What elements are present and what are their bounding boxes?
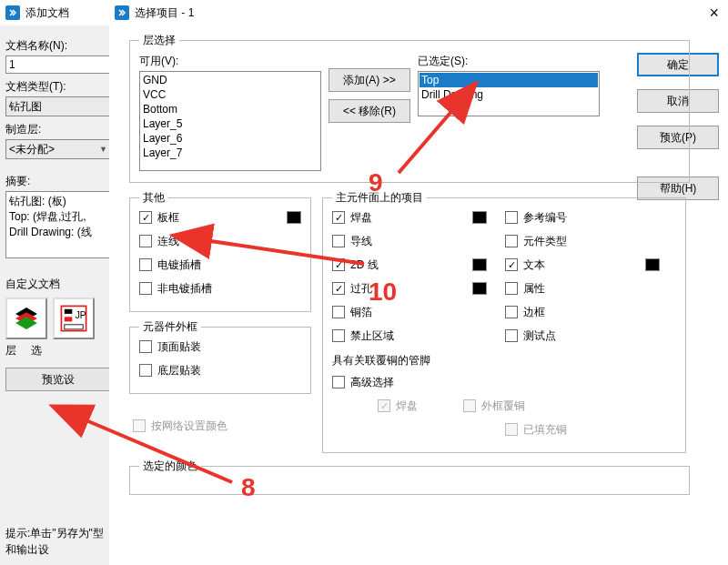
ck-net-color: 按网络设置颜色 [133,414,311,438]
ck-advanced[interactable]: 高级选择 [332,370,676,394]
ck-vias[interactable]: ✓过孔 [332,277,487,300]
svg-rect-4 [65,309,73,314]
ck-connections[interactable]: 连线 [139,229,301,253]
ck-traces[interactable]: 导线 [332,229,487,253]
summary-label: 摘要: [5,174,111,189]
selected-listbox[interactable]: Top Drill Drawing [418,71,600,116]
ck-plated-slot[interactable]: 电镀插槽 [139,253,301,277]
color-swatch[interactable] [472,211,487,224]
thumb2-label: 选 [31,343,42,358]
checkbox-icon: ✓ [139,211,152,224]
mfg-layer-label: 制造层: [5,122,111,137]
summary-box[interactable]: 钻孔图: (板) Top: (焊盘,过孔, Drill Drawing: (线 [5,191,111,258]
add-doc-titlebar: 添加文档 [0,0,116,25]
svg-text:JP: JP [76,310,86,320]
options-thumb[interactable]: JP [53,298,95,339]
close-icon[interactable]: × [709,4,719,23]
ck-nonplated-slot[interactable]: 非电镀插槽 [139,277,301,300]
sel-title: 选择项目 - 1 [135,5,194,21]
list-item[interactable]: VCC [141,87,319,102]
checkbox-icon [139,340,152,353]
ck-keepout[interactable]: 禁止区域 [332,324,487,348]
layer-group-title: 层选择 [139,33,179,48]
ck-assoc-pad: ✓焊盘 [378,394,418,418]
ck-testpoint[interactable]: 测试点 [505,324,660,348]
selected-color-group: 选定的颜色 [129,466,690,495]
ck-assoc-outline: 外框覆铜 [463,394,525,418]
list-item[interactable]: Layer_6 [141,131,319,146]
add-doc-title: 添加文档 [25,5,69,21]
ck-bottom-mount[interactable]: 底层贴装 [139,358,301,382]
remove-button[interactable]: << 移除(R) [329,99,410,123]
preview-settings-button[interactable]: 预览设 [5,368,111,391]
doc-type-label: 文档类型(T): [5,79,111,95]
summary-line: 钻孔图: (板) [9,194,107,209]
main-group-title: 主元件面上的项目 [332,190,427,206]
outline-group-title: 元器件外框 [139,319,201,335]
app-icon [5,5,20,20]
mfg-layer-value: <未分配> [9,142,55,157]
list-item[interactable]: Layer_5 [141,116,319,131]
add-document-dialog: 添加文档 文档名称(N): 文档类型(T): 钻孔图 制造层: <未分配>▼ 摘… [0,0,116,565]
select-items-dialog: 选择项目 - 1 × 确定 取消 预览(P) 帮助(H) 层选择 可用(V): … [109,0,728,565]
ck-border[interactable]: 边框 [505,300,660,324]
summary-line: Top: (焊盘,过孔, [9,209,107,225]
checkbox-icon [139,235,152,247]
thumb-row: JP [5,298,111,339]
checkbox-icon [139,258,152,271]
list-item[interactable]: Drill Drawing [420,87,598,102]
app-icon [115,5,129,20]
hint-text: 提示:单击"另存为"型和输出设 [5,525,111,558]
color-swatch[interactable] [472,282,487,295]
ck-board-outline[interactable]: ✓ 板框 [139,206,301,229]
ck-top-mount[interactable]: 顶面贴装 [139,335,301,358]
list-item[interactable]: Layer_7 [141,146,319,160]
list-item[interactable]: Bottom [141,102,319,116]
color-swatch[interactable] [472,258,487,271]
svg-rect-7 [65,325,83,329]
list-item[interactable]: GND [141,73,319,87]
other-group-title: 其他 [139,190,168,206]
ck-2dlines[interactable]: ✓2D 线 [332,253,487,277]
outline-group: 元器件外框 顶面贴装 底层贴装 [129,327,311,394]
color-swatch[interactable] [645,258,660,271]
ck-attr[interactable]: 属性 [505,277,660,300]
mfg-layer-combo[interactable]: <未分配>▼ [5,139,111,159]
available-listbox[interactable]: GND VCC Bottom Layer_5 Layer_6 Layer_7 [139,71,321,171]
ck-assoc-filled: 已填充铜 [505,418,567,441]
checkbox-icon [139,282,152,295]
ck-parttype[interactable]: 元件类型 [505,229,660,253]
ck-refdes[interactable]: 参考编号 [505,206,660,229]
layers-thumb[interactable] [5,298,47,339]
list-item[interactable]: Top [420,73,598,87]
checkbox-icon [133,419,146,432]
selcolor-title: 选定的颜色 [139,459,201,474]
doc-name-input[interactable] [5,55,111,74]
checkbox-icon [139,364,152,377]
layer-select-group: 层选择 可用(V): GND VCC Bottom Layer_5 Layer_… [129,40,690,183]
other-group: 其他 ✓ 板框 连线 电镀插槽 [129,197,311,312]
svg-rect-5 [65,317,73,321]
assoc-label: 具有关联覆铜的管脚 [332,353,676,368]
chevron-down-icon: ▼ [99,145,107,154]
ck-pads[interactable]: ✓焊盘 [332,206,487,229]
add-button[interactable]: 添加(A) >> [329,68,410,92]
doc-type-value: 钻孔图 [9,99,42,115]
color-swatch[interactable] [287,211,301,224]
custom-doc-label: 自定义文档 [5,277,111,292]
ck-copper[interactable]: 铜箔 [332,300,487,324]
summary-line: Drill Drawing: (线 [9,225,107,240]
thumb1-label: 层 [5,343,16,358]
ck-text[interactable]: ✓文本 [505,253,660,277]
selected-label: 已选定(S): [418,54,600,69]
sel-titlebar: 选择项目 - 1 × [109,0,728,25]
available-label: 可用(V): [139,54,321,69]
doc-name-label: 文档名称(N): [5,38,111,54]
main-items-group: 主元件面上的项目 ✓焊盘 导线 ✓2D 线 ✓过孔 铜箔 禁止区域 参考编号 元… [322,197,686,453]
doc-type-combo[interactable]: 钻孔图 [5,96,111,116]
